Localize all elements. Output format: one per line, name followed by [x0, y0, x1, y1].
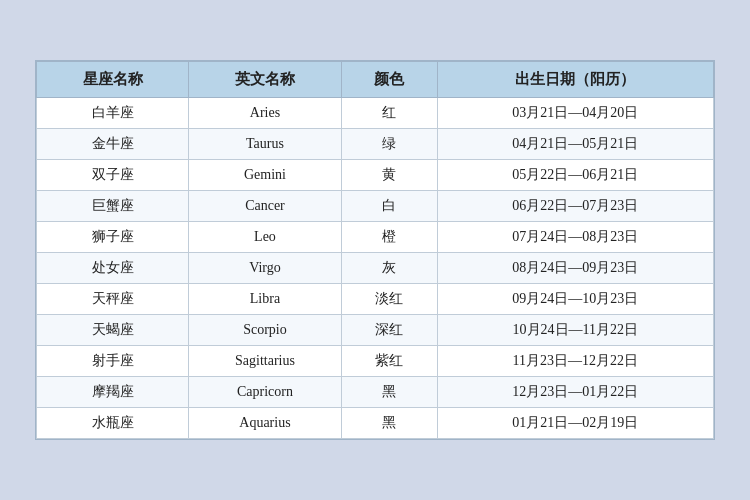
table-row: 射手座Sagittarius紫红11月23日—12月22日	[37, 346, 714, 377]
cell-r0-c3: 03月21日—04月20日	[437, 98, 713, 129]
col-header-color: 颜色	[341, 62, 437, 98]
cell-r4-c3: 07月24日—08月23日	[437, 222, 713, 253]
cell-r4-c1: Leo	[189, 222, 341, 253]
table-row: 处女座Virgo灰08月24日—09月23日	[37, 253, 714, 284]
table-row: 双子座Gemini黄05月22日—06月21日	[37, 160, 714, 191]
cell-r3-c1: Cancer	[189, 191, 341, 222]
cell-r9-c3: 12月23日—01月22日	[437, 377, 713, 408]
cell-r0-c2: 红	[341, 98, 437, 129]
table-row: 金牛座Taurus绿04月21日—05月21日	[37, 129, 714, 160]
cell-r0-c1: Aries	[189, 98, 341, 129]
cell-r10-c1: Aquarius	[189, 408, 341, 439]
cell-r3-c3: 06月22日—07月23日	[437, 191, 713, 222]
cell-r9-c0: 摩羯座	[37, 377, 189, 408]
cell-r1-c2: 绿	[341, 129, 437, 160]
cell-r9-c1: Capricorn	[189, 377, 341, 408]
table-body: 白羊座Aries红03月21日—04月20日金牛座Taurus绿04月21日—0…	[37, 98, 714, 439]
col-header-english-name: 英文名称	[189, 62, 341, 98]
cell-r8-c3: 11月23日—12月22日	[437, 346, 713, 377]
cell-r1-c3: 04月21日—05月21日	[437, 129, 713, 160]
cell-r6-c0: 天秤座	[37, 284, 189, 315]
table-row: 巨蟹座Cancer白06月22日—07月23日	[37, 191, 714, 222]
cell-r6-c3: 09月24日—10月23日	[437, 284, 713, 315]
cell-r8-c0: 射手座	[37, 346, 189, 377]
cell-r2-c2: 黄	[341, 160, 437, 191]
cell-r5-c0: 处女座	[37, 253, 189, 284]
table-header-row: 星座名称 英文名称 颜色 出生日期（阳历）	[37, 62, 714, 98]
cell-r4-c0: 狮子座	[37, 222, 189, 253]
cell-r8-c1: Sagittarius	[189, 346, 341, 377]
zodiac-table: 星座名称 英文名称 颜色 出生日期（阳历） 白羊座Aries红03月21日—04…	[36, 61, 714, 439]
cell-r2-c3: 05月22日—06月21日	[437, 160, 713, 191]
zodiac-table-container: 星座名称 英文名称 颜色 出生日期（阳历） 白羊座Aries红03月21日—04…	[35, 60, 715, 440]
cell-r7-c3: 10月24日—11月22日	[437, 315, 713, 346]
cell-r3-c0: 巨蟹座	[37, 191, 189, 222]
cell-r10-c3: 01月21日—02月19日	[437, 408, 713, 439]
cell-r7-c2: 深红	[341, 315, 437, 346]
cell-r6-c1: Libra	[189, 284, 341, 315]
cell-r2-c1: Gemini	[189, 160, 341, 191]
cell-r3-c2: 白	[341, 191, 437, 222]
cell-r8-c2: 紫红	[341, 346, 437, 377]
cell-r7-c1: Scorpio	[189, 315, 341, 346]
col-header-chinese-name: 星座名称	[37, 62, 189, 98]
table-row: 天蝎座Scorpio深红10月24日—11月22日	[37, 315, 714, 346]
table-row: 水瓶座Aquarius黑01月21日—02月19日	[37, 408, 714, 439]
cell-r1-c0: 金牛座	[37, 129, 189, 160]
cell-r2-c0: 双子座	[37, 160, 189, 191]
cell-r5-c2: 灰	[341, 253, 437, 284]
cell-r0-c0: 白羊座	[37, 98, 189, 129]
cell-r9-c2: 黑	[341, 377, 437, 408]
table-row: 狮子座Leo橙07月24日—08月23日	[37, 222, 714, 253]
table-row: 天秤座Libra淡红09月24日—10月23日	[37, 284, 714, 315]
cell-r1-c1: Taurus	[189, 129, 341, 160]
cell-r10-c0: 水瓶座	[37, 408, 189, 439]
table-row: 摩羯座Capricorn黑12月23日—01月22日	[37, 377, 714, 408]
table-row: 白羊座Aries红03月21日—04月20日	[37, 98, 714, 129]
cell-r5-c1: Virgo	[189, 253, 341, 284]
cell-r4-c2: 橙	[341, 222, 437, 253]
col-header-birthdate: 出生日期（阳历）	[437, 62, 713, 98]
cell-r5-c3: 08月24日—09月23日	[437, 253, 713, 284]
cell-r6-c2: 淡红	[341, 284, 437, 315]
cell-r10-c2: 黑	[341, 408, 437, 439]
cell-r7-c0: 天蝎座	[37, 315, 189, 346]
